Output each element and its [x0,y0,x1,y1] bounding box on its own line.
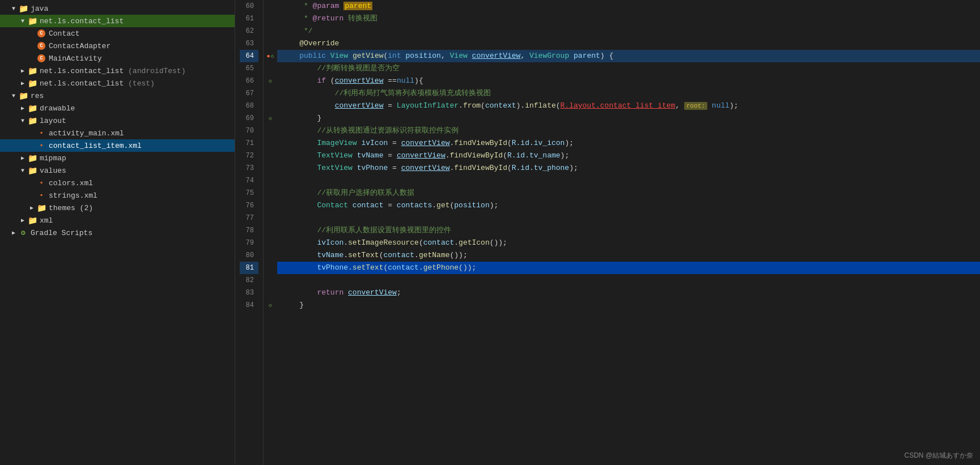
line-num-78: 78 [240,224,258,237]
spacer [27,191,36,200]
code-line-65: //判断转换视图是否为空 [277,62,980,75]
code-line-68: convertView = LayoutInflater.from(contex… [277,100,980,112]
code-line-76: Contact contact = contacts.get(position)… [277,199,980,212]
sidebar-item-mipmap[interactable]: ▶ 📁 mipmap [0,152,235,164]
line-num-76: 76 [240,199,258,212]
code-line-81: tvPhone.setText(contact.getPhone()); [277,262,980,274]
gutter-70 [264,125,277,137]
watermark: CSDN @結城あすか奈 [904,451,973,460]
folder-icon: 📁 [27,167,37,174]
gutter-72 [264,150,277,162]
line-num-80: 80 [240,249,258,262]
folder-icon: 📁 [27,216,37,224]
expand-icon: ▶ [18,216,27,225]
folder-icon: 📁 [18,5,28,12]
sidebar-item-contact-list-item-xml[interactable]: ▪ contact_list_item.xml ← [0,139,235,152]
spacer [27,41,36,50]
line-num-66: 66 [240,75,258,87]
gutter-69: ◇ [264,112,277,125]
sidebar-item-values[interactable]: ▼ 📁 values [0,164,235,177]
sidebar-label: colors.xml [49,179,93,187]
spacer [27,141,36,150]
sidebar-item-xml[interactable]: ▶ 📁 xml [0,214,235,227]
sidebar-item-contactadapter[interactable]: C ContactAdapter [0,40,235,52]
spacer [27,29,36,38]
gutter-62 [264,25,277,37]
code-line-72: TextView tvName = convertView.findViewBy… [277,150,980,162]
gutter-77 [264,212,277,224]
sidebar-item-activity-main-xml[interactable]: ▪ activity_main.xml [0,127,235,139]
folder-icon: 📁 [36,204,46,212]
sidebar-item-mainactivity[interactable]: C MainActivity [0,52,235,65]
sidebar-item-drawable[interactable]: ▶ 📁 drawable [0,102,235,114]
spacer [27,129,36,138]
code-line-77 [277,212,980,224]
spacer [27,178,36,187]
sidebar-item-java[interactable]: ▼ 📁 java [0,2,235,15]
code-content[interactable]: * @param parent * @return 转换视图 */ @Overr… [277,0,980,465]
line-numbers: 60 61 62 63 64 65 66 67 68 69 70 71 72 7… [235,0,264,465]
folder-icon: 📁 [27,79,37,87]
folder-icon: 📁 [27,67,37,75]
sidebar-item-test[interactable]: ▶ 📁 net.ls.contact_list (test) [0,77,235,89]
xml-icon: ▪ [36,179,46,187]
gutter-75 [264,187,277,199]
sidebar-label: themes (2) [49,204,93,212]
expand-icon: ▼ [18,116,27,125]
sidebar-item-contact[interactable]: C Contact [0,27,235,40]
sidebar-item-themes[interactable]: ▶ 📁 themes (2) [0,202,235,214]
expand-icon: ▶ [27,203,36,212]
gutter-73 [264,162,277,174]
gutter-63 [264,37,277,50]
code-line-79: ivIcon.setImageResource(contact.getIcon(… [277,237,980,249]
gutter-68 [264,100,277,112]
sidebar-label: contact_list_item.xml [49,142,142,150]
sidebar-label: layout [40,117,66,125]
gradle-icon: ⚙ [18,229,28,237]
sidebar-item-colors-xml[interactable]: ▪ colors.xml [0,177,235,189]
code-line-71: ImageView ivIcon = convertView.findViewB… [277,137,980,150]
folder-icon: 📁 [18,92,28,100]
line-num-64: 64 [240,50,258,62]
sidebar-label: Gradle Scripts [31,229,92,237]
gutter-83 [264,287,277,299]
sidebar-item-res[interactable]: ▼ 📁 res [0,89,235,102]
line-num-79: 79 [240,237,258,249]
sidebar-item-gradle[interactable]: ▶ ⚙ Gradle Scripts [0,227,235,239]
line-num-63: 63 [240,37,258,50]
sidebar-item-layout[interactable]: ▼ 📁 layout [0,114,235,127]
sidebar-label: java [31,5,48,13]
gutter-84: ◇ [264,299,277,312]
sidebar-label: net.ls.contact_list (test) [40,79,155,88]
sidebar-label: drawable [40,104,75,113]
code-area: 60 61 62 63 64 65 66 67 68 69 70 71 72 7… [235,0,980,465]
xml-icon: ▪ [36,191,46,199]
line-num-83: 83 [240,287,258,299]
line-num-74: 74 [240,174,258,187]
code-editor: 60 61 62 63 64 65 66 67 68 69 70 71 72 7… [235,0,980,465]
expand-icon: ▶ [9,228,18,237]
line-num-77: 77 [240,212,258,224]
file-tree: ▼ 📁 java ▼ 📁 net.ls.contact_list C Conta… [0,0,235,465]
folder-icon: 📁 [27,17,37,25]
gutter-61 [264,12,277,25]
line-num-61: 61 [240,12,258,25]
expand-icon: ▼ [9,4,18,13]
code-line-61: * @return 转换视图 [277,12,980,25]
code-line-80: tvName.setText(contact.getName()); [277,249,980,262]
gutter-76 [264,199,277,212]
sidebar-label: activity_main.xml [49,129,124,138]
gutter-71 [264,137,277,150]
sidebar-item-strings-xml[interactable]: ▪ strings.xml [0,189,235,202]
sidebar-item-contact-list[interactable]: ▼ 📁 net.ls.contact_list [0,15,235,27]
folder-icon: 📁 [27,154,37,162]
sidebar-label: values [40,167,66,175]
code-line-74 [277,174,980,187]
gutter-79 [264,237,277,249]
gutter-64: ● ◇ [264,50,277,62]
sidebar-item-androidtest[interactable]: ▶ 📁 net.ls.contact_list (androidTest) [0,65,235,77]
expand-icon: ▶ [18,66,27,75]
line-num-71: 71 [240,137,258,150]
code-line-82 [277,274,980,287]
line-num-70: 70 [240,125,258,137]
